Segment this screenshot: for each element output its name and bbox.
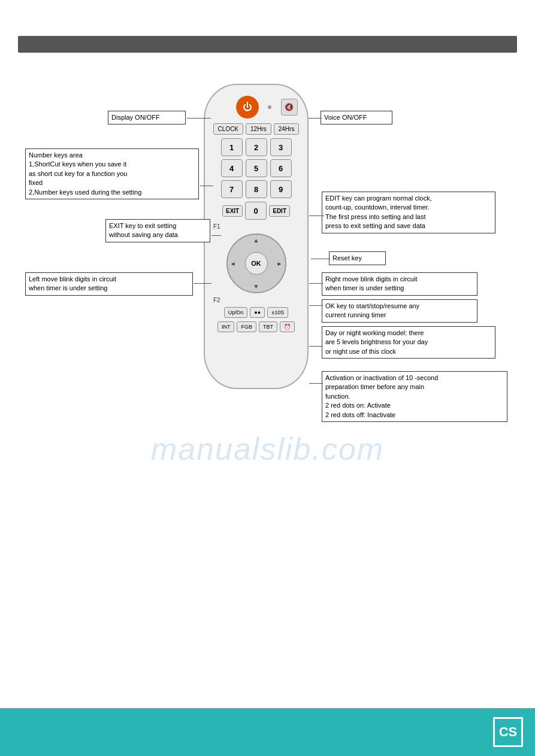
- exit-button[interactable]: EXIT: [222, 205, 243, 217]
- remote-control: ⏻ 🔇 CLOCK 12Hrs 24Hrs 1 2 3 4 5 6 7 8 9 …: [204, 84, 309, 389]
- display-onoff-label: Display ON/OFF: [108, 111, 186, 125]
- edit-button[interactable]: EDIT: [269, 205, 290, 217]
- num-7[interactable]: 7: [221, 180, 243, 198]
- num-8[interactable]: 8: [246, 180, 267, 198]
- activation-line: [309, 383, 323, 384]
- day-night-line: [309, 346, 323, 347]
- activation-label: Activation or inactivation of 10 -second…: [322, 371, 507, 422]
- reset-key-label: Reset key: [329, 251, 386, 265]
- voice-onoff-label: Voice ON/OFF: [321, 111, 392, 125]
- ok-button[interactable]: OK: [245, 252, 268, 275]
- up-arrow[interactable]: ▲: [253, 237, 259, 244]
- clock-row: CLOCK 12Hrs 24Hrs: [213, 123, 300, 135]
- updn-button[interactable]: Up/Dn: [224, 307, 248, 318]
- speaker-icon: 🔇: [281, 99, 298, 116]
- number-keys-line: [200, 186, 213, 186]
- dot-indicator: [268, 105, 271, 109]
- nav-circle: ▲ ▼ ◄ ► OK: [226, 233, 286, 293]
- day-night-label: Day or night working model: there are 5 …: [322, 326, 495, 359]
- right-arrow[interactable]: ►: [277, 260, 283, 267]
- edit-key-label: EDIT key can program normal clock, count…: [322, 192, 495, 233]
- power-button[interactable]: ⏻: [236, 96, 259, 119]
- int-row: INT FGB TBT ⏰: [217, 321, 295, 332]
- ok-key-label: OK key to start/stop/resume any current …: [322, 299, 477, 323]
- exit-key-label: EXIT key to exit setting without saving …: [105, 219, 210, 242]
- num-5[interactable]: 5: [246, 159, 267, 177]
- 24hrs-button[interactable]: 24Hrs: [274, 123, 300, 135]
- dot-button[interactable]: ●●: [250, 307, 265, 318]
- f1-label: F1: [213, 223, 220, 230]
- tens-button[interactable]: ±10S: [267, 307, 288, 318]
- clock-button[interactable]: CLOCK: [213, 123, 243, 135]
- num-4[interactable]: 4: [221, 159, 243, 177]
- top-bar: [18, 36, 517, 53]
- num-0[interactable]: 0: [245, 202, 267, 220]
- num-6[interactable]: 6: [270, 159, 292, 177]
- exit-key-line: [211, 235, 221, 236]
- number-keys-label: Number keys area 1,ShortCut keys when yo…: [25, 148, 199, 199]
- num-2[interactable]: 2: [246, 138, 267, 156]
- logo-icon: CS: [493, 717, 523, 747]
- right-move-line: [309, 283, 323, 284]
- voice-onoff-line: [309, 118, 322, 119]
- num-9[interactable]: 9: [270, 180, 292, 198]
- f2-label: F2: [213, 297, 220, 303]
- left-arrow[interactable]: ◄: [230, 260, 236, 267]
- clock-icon-button[interactable]: ⏰: [280, 321, 295, 332]
- reset-key-line: [311, 259, 330, 259]
- ok-key-line: [309, 305, 323, 306]
- int-button[interactable]: INT: [217, 321, 235, 332]
- bottom-bar: [0, 708, 535, 756]
- tbt-button[interactable]: TBT: [259, 321, 277, 332]
- display-onoff-line: [187, 118, 211, 119]
- numpad: 1 2 3 4 5 6 7 8 9: [221, 138, 292, 198]
- exit-row: EXIT 0 EDIT: [222, 202, 290, 220]
- left-move-label: Left move blink digits in circuit when t…: [25, 272, 193, 296]
- num-3[interactable]: 3: [270, 138, 292, 156]
- power-row: ⏻ 🔇: [205, 96, 307, 119]
- left-move-line: [194, 283, 211, 284]
- num-1[interactable]: 1: [221, 138, 243, 156]
- edit-key-line: [309, 215, 324, 216]
- 12hrs-button[interactable]: 12Hrs: [246, 123, 271, 135]
- fgb-button[interactable]: FGB: [237, 321, 256, 332]
- watermark: manualslib.com: [151, 431, 384, 467]
- updn-row: Up/Dn ●● ±10S: [224, 307, 288, 318]
- down-arrow[interactable]: ▼: [253, 283, 259, 290]
- right-move-label: Right move blink digits in circuit when …: [322, 272, 477, 296]
